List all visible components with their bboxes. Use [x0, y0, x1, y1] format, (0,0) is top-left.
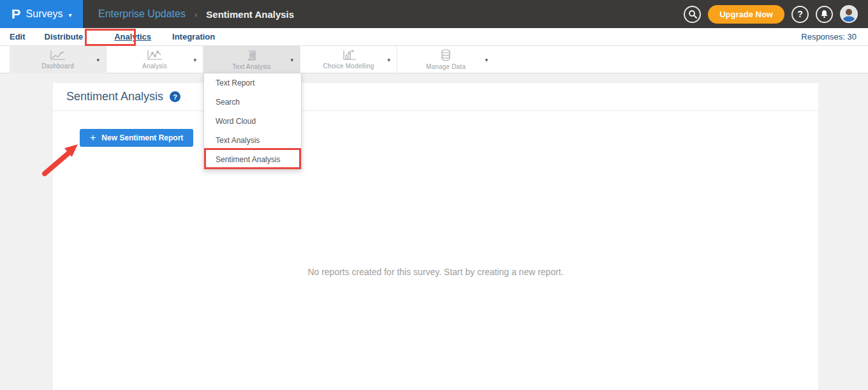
- chevron-down-icon[interactable]: ▾: [96, 57, 99, 63]
- chevron-down-icon[interactable]: ▾: [193, 57, 196, 63]
- toolbar-text-analysis-button[interactable]: Text Analysis ▾: [203, 46, 300, 73]
- new-report-button-label: New Sentiment Report: [101, 133, 183, 142]
- line-chart-icon: [50, 50, 66, 61]
- toolbar-button-label: Text Analysis: [232, 63, 270, 70]
- chevron-down-icon[interactable]: ▾: [387, 57, 390, 63]
- menu-item-text-report[interactable]: Text Report: [204, 73, 301, 93]
- toolbar-analysis-button[interactable]: Analysis ▾: [107, 46, 203, 73]
- survey-nav: Edit Distribute Analytics Integration Re…: [0, 28, 868, 46]
- analytics-toolbar: Dashboard ▾ Analysis ▾ Text Analysis ▾: [0, 46, 868, 73]
- top-bar: P Surveys ▾ Enterprise Updates › Sentime…: [0, 0, 868, 28]
- questionpro-logo: P: [11, 6, 20, 22]
- breadcrumb-survey-name[interactable]: Enterprise Updates: [98, 8, 186, 20]
- chevron-down-icon[interactable]: ▾: [290, 57, 293, 63]
- bell-icon: [820, 10, 828, 19]
- search-button[interactable]: [684, 6, 701, 23]
- new-sentiment-report-button[interactable]: + New Sentiment Report: [80, 129, 193, 147]
- surveys-app-switcher[interactable]: P Surveys ▾: [0, 0, 83, 28]
- toolbar-choice-modelling-button[interactable]: Choice Modelling ▾: [300, 46, 397, 73]
- product-name: Surveys: [26, 8, 63, 20]
- title-help-icon[interactable]: ?: [170, 91, 180, 102]
- scatter-line-chart-icon: [147, 50, 163, 61]
- search-icon: [688, 10, 697, 19]
- toolbar-manage-data-button[interactable]: Manage Data ▾: [397, 46, 494, 73]
- tab-distribute[interactable]: Distribute: [45, 32, 84, 41]
- chevron-down-icon[interactable]: ▾: [485, 57, 488, 63]
- upgrade-now-button[interactable]: Upgrade Now: [708, 5, 784, 24]
- page-title: Sentiment Analysis: [66, 90, 163, 103]
- plus-icon: +: [90, 132, 96, 144]
- text-report-icon: [246, 50, 258, 61]
- toolbar-button-label: Choice Modelling: [323, 63, 374, 70]
- menu-item-search[interactable]: Search: [204, 93, 301, 112]
- sentiment-analysis-panel: Sentiment Analysis ? + New Sentiment Rep…: [53, 83, 818, 390]
- text-analysis-dropdown-menu: Text Report Search Word Cloud Text Analy…: [203, 73, 302, 170]
- toolbar-button-label: Analysis: [142, 63, 167, 70]
- avatar-image: [841, 6, 857, 22]
- top-actions: Upgrade Now ?: [684, 5, 868, 24]
- chevron-down-icon: ▾: [68, 11, 71, 19]
- user-avatar[interactable]: [840, 5, 858, 23]
- toolbar-button-label: Manage Data: [426, 63, 466, 70]
- toolbar-dashboard-button[interactable]: Dashboard ▾: [10, 46, 107, 73]
- breadcrumb-separator-icon: ›: [195, 10, 197, 19]
- empty-state-message: No reports created for this survey. Star…: [53, 267, 818, 277]
- tab-integration[interactable]: Integration: [172, 32, 215, 41]
- breadcrumb: Enterprise Updates › Sentiment Analysis: [98, 8, 294, 20]
- database-icon: [440, 49, 452, 61]
- notifications-button[interactable]: [816, 6, 833, 23]
- choice-modelling-chart-icon: [341, 50, 357, 61]
- menu-item-word-cloud[interactable]: Word Cloud: [204, 112, 301, 131]
- menu-item-text-analysis[interactable]: Text Analysis: [204, 131, 301, 150]
- tab-analytics[interactable]: Analytics: [114, 32, 151, 41]
- panel-header: Sentiment Analysis ?: [53, 83, 818, 111]
- menu-item-sentiment-analysis[interactable]: Sentiment Analysis: [204, 150, 301, 169]
- question-mark-icon: ?: [797, 9, 803, 19]
- toolbar-button-label: Dashboard: [41, 63, 74, 70]
- responses-count[interactable]: Responses: 30: [801, 32, 868, 41]
- breadcrumb-current-page: Sentiment Analysis: [206, 9, 294, 20]
- tab-edit[interactable]: Edit: [10, 32, 26, 41]
- help-button[interactable]: ?: [791, 6, 809, 23]
